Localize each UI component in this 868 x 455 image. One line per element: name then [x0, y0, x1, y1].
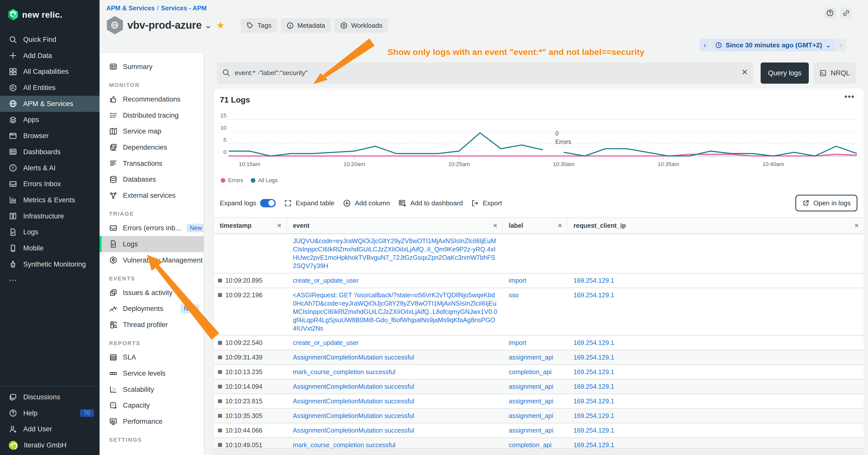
expand-logs-toggle[interactable] [260, 199, 276, 207]
nrql-button[interactable]: NRQL [813, 63, 856, 84]
event-cell-link[interactable]: mark_course_completion successful [293, 368, 396, 376]
sidebar-item-logs[interactable]: Logs [0, 224, 99, 240]
request-ip-cell-link[interactable]: 169.254.129.1 [574, 397, 614, 404]
metadata-button[interactable]: Metadata [281, 18, 331, 32]
row-expand-icon[interactable] [218, 428, 222, 432]
label-cell-link[interactable]: assignment_api [509, 412, 554, 419]
log-row[interactable]: 10:09:31.439AssignmentCompletionMutation… [214, 351, 864, 365]
request-ip-cell-link[interactable]: 169.254.129.1 [574, 427, 614, 434]
subnav-item-issues-activity[interactable]: Issues & activity [99, 285, 204, 301]
request-ip-cell-link[interactable]: 169.254.129.1 [574, 292, 614, 298]
sidebar-item-infrastructure[interactable]: Infrastructure [0, 208, 99, 224]
sidebar-item-iterativ-gmbh[interactable]: Iterativ GmbH [0, 437, 99, 453]
expand-table-button[interactable]: Expand table [284, 199, 335, 207]
label-cell-link[interactable]: assignment_api [509, 397, 554, 404]
request-ip-cell-link[interactable]: 169.254.129.1 [574, 277, 614, 284]
row-expand-icon[interactable] [218, 443, 222, 447]
label-cell-link[interactable]: import [509, 339, 527, 346]
log-row[interactable]: 10:10:13.235mark_course_completion succe… [214, 365, 864, 380]
label-cell-link[interactable]: import [509, 277, 527, 284]
subnav-item-dependencies[interactable]: Dependencies [99, 139, 204, 156]
sidebar-item-dotsh[interactable] [0, 272, 99, 289]
card-menu-ellipsis-icon[interactable]: ••• [844, 92, 855, 101]
log-row[interactable]: 10:09:22.540create_or_update_userimport1… [214, 336, 864, 351]
remove-column-icon[interactable]: ✕ [277, 222, 282, 229]
log-row[interactable]: 10:10:14.094AssignmentCompletionMutation… [214, 380, 864, 394]
export-button[interactable]: Export [471, 199, 502, 207]
subnav-item-logs[interactable]: Logs [99, 236, 204, 252]
add-column-button[interactable]: Add column [343, 199, 390, 207]
subnav-item-service-levels[interactable]: Service levels [99, 365, 204, 382]
event-cell-link[interactable]: <ASGIRequest: GET '/sso/callback/?state=… [293, 292, 497, 332]
label-cell-link[interactable]: sso [509, 292, 519, 298]
time-forward-button[interactable]: › [836, 39, 846, 52]
subnav-item-sla[interactable]: SLA [99, 350, 204, 365]
subnav-item-vulnerability-management[interactable]: Vulnerability Management [99, 252, 204, 268]
event-cell-link[interactable]: JUQVU&code=eyJraWQiOiJjcGltY29yZV8wOTI1M… [293, 237, 496, 269]
add-to-dashboard-button[interactable]: Add to dashboard [398, 199, 463, 207]
permalink-button[interactable] [840, 7, 852, 19]
label-cell-link[interactable]: assignment_api [509, 354, 554, 361]
sidebar-item-help[interactable]: Help70 [0, 405, 99, 421]
row-expand-icon[interactable] [218, 279, 222, 283]
subnav-item-summary[interactable]: Summary [99, 59, 204, 75]
query-logs-button[interactable]: Query logs [761, 63, 809, 84]
log-row[interactable]: 10:10:44.066AssignmentCompletionMutation… [214, 423, 864, 438]
log-row[interactable]: 10:09:22.196<ASGIRequest: GET '/sso/call… [214, 288, 864, 336]
time-back-button[interactable]: ‹ [700, 39, 710, 52]
request-ip-cell-link[interactable]: 169.254.129.1 [574, 354, 614, 361]
row-expand-icon[interactable] [218, 399, 222, 403]
request-ip-cell-link[interactable]: 169.254.129.1 [574, 368, 614, 376]
log-row[interactable]: 10:10:23.815AssignmentCompletionMutation… [214, 394, 864, 409]
sidebar-item-all-capabilities[interactable]: All Capabilities [0, 64, 99, 80]
time-range-button[interactable]: Since 30 minutes ago (GMT+2) ⌄ [711, 39, 836, 52]
subnav-item-thread-profiler[interactable]: Thread profiler [99, 317, 204, 333]
column-header-timestamp[interactable]: timestamp✕ [214, 218, 287, 233]
event-cell-link[interactable]: create_or_update_user [293, 339, 359, 346]
request-ip-cell-link[interactable]: 169.254.129.1 [574, 412, 614, 419]
subnav-item-external-services[interactable]: External services [99, 188, 204, 203]
label-cell-link[interactable]: completion_api [509, 368, 552, 376]
sidebar-item-errors-inbox[interactable]: Errors Inbox [0, 176, 99, 192]
new-relic-logo[interactable]: new relic. [0, 0, 99, 23]
row-expand-icon[interactable] [218, 341, 222, 345]
sidebar-item-dashboards[interactable]: Dashboards [0, 144, 99, 160]
log-row[interactable]: 10:09:20.895create_or_update_userimport1… [214, 273, 864, 288]
subnav-item-performance[interactable]: Performance [99, 414, 204, 429]
subnav-item-errors-errors-inb[interactable]: Errors (errors inb...New [99, 220, 204, 236]
subnav-item-service-map[interactable]: Service map [99, 123, 204, 139]
event-cell-link[interactable]: mark_course_completion successful [293, 442, 396, 449]
subnav-item-deployments[interactable]: DeploymentsNew [99, 301, 204, 317]
row-expand-icon[interactable] [218, 370, 222, 374]
table-scrollbar-track[interactable] [214, 448, 864, 455]
clear-query-icon[interactable]: ✕ [742, 67, 748, 77]
favorite-star-icon[interactable]: ★ [216, 20, 224, 31]
sidebar-item-browser[interactable]: Browser [0, 128, 99, 144]
subnav-item-recommendations[interactable]: Recommendations [99, 91, 204, 107]
subnav-item-transactions[interactable]: Transactions [99, 156, 204, 171]
sidebar-item-metrics-events[interactable]: Metrics & Events [0, 192, 99, 208]
log-row[interactable]: JUQVU&code=eyJraWQiOiJjcGltY29yZV8wOTI1M… [214, 234, 864, 273]
sidebar-item-quick-find[interactable]: Quick Find [0, 32, 99, 47]
legend-all-logs[interactable]: All Logs [251, 177, 278, 184]
log-query-input[interactable] [217, 63, 753, 84]
breadcrumb-apm-services[interactable]: APM & Services [106, 4, 155, 11]
row-expand-icon[interactable] [218, 414, 222, 418]
workloads-button[interactable]: Workloads [335, 18, 388, 32]
sidebar-item-all-entities[interactable]: All Entities [0, 79, 99, 96]
sidebar-item-mobile[interactable]: Mobile [0, 240, 99, 256]
event-cell-link[interactable]: AssignmentCompletionMutation successful [293, 397, 414, 404]
event-cell-link[interactable]: AssignmentCompletionMutation successful [293, 383, 414, 390]
request-ip-cell-link[interactable]: 169.254.129.1 [574, 383, 614, 390]
sidebar-item-discussions[interactable]: Discussions [0, 389, 99, 405]
log-row[interactable]: 10:10:35.305AssignmentCompletionMutation… [214, 409, 864, 423]
request-ip-cell-link[interactable]: 169.254.129.1 [574, 339, 614, 346]
sidebar-item-add-data[interactable]: Add Data [0, 47, 99, 64]
subnav-item-capacity[interactable]: Capacity [99, 397, 204, 414]
column-header-label[interactable]: label✕ [502, 218, 567, 233]
label-cell-link[interactable]: assignment_api [509, 427, 554, 434]
remove-column-icon[interactable]: ✕ [558, 222, 562, 229]
log-row[interactable]: 10:10:49.051mark_course_completion succe… [214, 438, 864, 449]
subnav-item-distributed-tracing[interactable]: Distributed tracing [99, 107, 204, 124]
column-header-request-client-ip[interactable]: request_client_ip✕ [567, 218, 864, 233]
